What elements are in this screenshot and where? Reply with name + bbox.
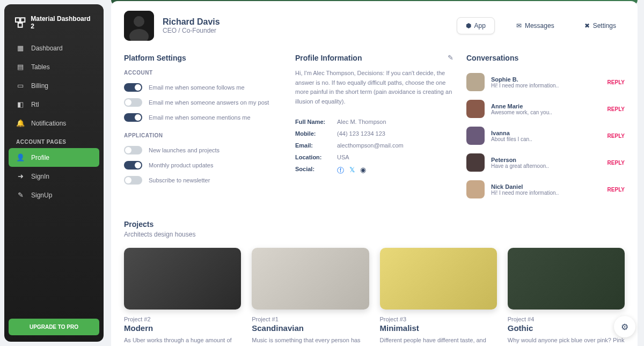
- sidebar-item-profile[interactable]: 👤Profile: [9, 148, 99, 167]
- person-icon: 👤: [16, 153, 25, 161]
- conversation-message: Hi! I need more information..: [491, 83, 601, 89]
- conversation-avatar: [466, 153, 485, 172]
- conversation-name: Ivanna: [491, 130, 601, 136]
- projects-subtitle: Architects design houses: [124, 231, 625, 238]
- svg-rect-2: [18, 23, 23, 27]
- toggle-follows[interactable]: [124, 83, 142, 92]
- sidebar-item-label: SignUp: [31, 192, 52, 199]
- section-title: Profile Information: [295, 54, 453, 62]
- conversation-item: Sophie B.Hi! I need more information..RE…: [466, 69, 625, 95]
- toggle-row: Email me when someone answers on my post: [124, 95, 282, 110]
- tab-app[interactable]: ⬢App: [457, 17, 495, 34]
- toggle-row: Email me when someone follows me: [124, 80, 282, 95]
- info-label: Email:: [295, 142, 333, 149]
- sidebar-item-notifications[interactable]: 🔔Notifications: [9, 114, 99, 132]
- sidebar-item-label: SignIn: [31, 173, 49, 180]
- profile-card: Richard Davis CEO / Co-Founder ⬢App ✉Mes…: [111, 1, 638, 346]
- reply-button[interactable]: REPLY: [608, 133, 625, 139]
- toggle-label: Email me when someone mentions me: [149, 114, 251, 121]
- info-label: Social:: [295, 166, 333, 175]
- tab-label: Settings: [593, 22, 616, 30]
- facebook-icon[interactable]: ⓕ: [337, 166, 344, 175]
- conversation-message: Hi! I need more information..: [491, 190, 601, 196]
- sidebar-item-tables[interactable]: ▤Tables: [9, 57, 99, 76]
- platform-settings: Platform Settings ACCOUNT Email me when …: [124, 54, 282, 203]
- profile-information: ✎ Profile Information Hi, I'm Alec Thomp…: [295, 54, 453, 203]
- conversation-avatar: [466, 73, 485, 91]
- svg-point-4: [134, 16, 144, 27]
- sidebar-section-label: ACCOUNT PAGES: [9, 132, 99, 148]
- tab-messages[interactable]: ✉Messages: [508, 18, 563, 34]
- toggle-row: Monthly product updates: [124, 158, 282, 173]
- project-name: Modern: [124, 323, 241, 333]
- instagram-icon[interactable]: ◉: [360, 166, 366, 175]
- conversation-content: Sophie B.Hi! I need more information..: [491, 76, 601, 89]
- billing-icon: ▭: [16, 82, 25, 90]
- project-description: Music is something that every person has…: [252, 336, 369, 346]
- project-card[interactable]: Project #4GothicWhy would anyone pick bl…: [508, 248, 625, 346]
- info-row: Location:USA: [295, 151, 453, 163]
- profile-bio: Hi, I'm Alec Thompson, Decisions: If you…: [295, 69, 453, 106]
- conversation-message: Awesome work, can you..: [491, 109, 601, 115]
- content-grid: Platform Settings ACCOUNT Email me when …: [124, 54, 625, 203]
- info-label: Mobile:: [295, 130, 333, 137]
- sidebar-item-rtl[interactable]: ◧Rtl: [9, 95, 99, 114]
- sidebar-item-signin[interactable]: ➜SignIn: [9, 167, 99, 186]
- project-name: Scandinavian: [252, 323, 369, 333]
- project-description: Different people have different taste, a…: [380, 336, 497, 346]
- conversation-name: Peterson: [491, 157, 601, 163]
- main-content: Richard Davis CEO / Co-Founder ⬢App ✉Mes…: [108, 0, 644, 346]
- project-card[interactable]: Project #2ModernAs Uber works through a …: [124, 248, 241, 346]
- reply-button[interactable]: REPLY: [608, 79, 625, 85]
- project-image: [252, 248, 369, 310]
- sidebar-item-label: Dashboard: [31, 45, 63, 52]
- project-image: [508, 248, 625, 310]
- sidebar-item-signup[interactable]: ✎SignUp: [9, 186, 99, 204]
- reply-button[interactable]: REPLY: [608, 160, 625, 166]
- reply-button[interactable]: REPLY: [608, 106, 625, 112]
- edit-icon[interactable]: ✎: [448, 54, 453, 62]
- toggle-mentions[interactable]: [124, 113, 142, 122]
- projects-grid: Project #2ModernAs Uber works through a …: [124, 248, 625, 346]
- signin-icon: ➜: [16, 172, 25, 180]
- svg-rect-1: [21, 18, 25, 22]
- project-number: Project #2: [124, 316, 241, 322]
- subsection-application: APPLICATION: [124, 132, 282, 138]
- twitter-icon[interactable]: 𝕏: [349, 166, 355, 175]
- sidebar-item-dashboard[interactable]: ▦Dashboard: [9, 39, 99, 57]
- toggle-label: Monthly product updates: [149, 162, 213, 168]
- toggle-row: Email me when someone mentions me: [124, 110, 282, 125]
- logo-icon: [14, 16, 26, 29]
- project-description: As Uber works through a huge amount of i…: [124, 336, 241, 346]
- table-icon: ▤: [16, 63, 25, 71]
- tab-settings[interactable]: ✖Settings: [576, 18, 625, 34]
- toggle-newsletter[interactable]: [124, 176, 142, 185]
- toggle-answers[interactable]: [124, 98, 142, 107]
- toggle-updates[interactable]: [124, 161, 142, 170]
- rtl-icon: ◧: [16, 100, 25, 108]
- conversation-avatar: [466, 180, 485, 198]
- conversation-avatar: [466, 100, 485, 118]
- message-icon: ✉: [516, 22, 522, 30]
- projects-section: Projects Architects design houses Projec…: [124, 220, 625, 346]
- info-row: Social:ⓕ𝕏◉: [295, 163, 453, 178]
- project-card[interactable]: Project #3MinimalistDifferent people hav…: [380, 248, 497, 346]
- project-number: Project #3: [380, 316, 497, 322]
- project-card[interactable]: Project #1ScandinavianMusic is something…: [252, 248, 369, 346]
- conversation-name: Nick Daniel: [491, 183, 601, 190]
- project-image: [380, 248, 497, 310]
- profile-tabs: ⬢App ✉Messages ✖Settings: [457, 17, 625, 34]
- conversation-content: IvannaAbout files I can..: [491, 130, 601, 142]
- sidebar-item-label: Tables: [31, 63, 50, 71]
- conversation-name: Anne Marie: [491, 103, 601, 109]
- sidebar: Material Dashboard 2 ▦Dashboard ▤Tables …: [4, 4, 104, 342]
- sidebar-item-label: Profile: [31, 154, 49, 161]
- upgrade-button[interactable]: UPGRADE TO PRO: [9, 319, 99, 335]
- dashboard-icon: ▦: [16, 44, 25, 52]
- settings-fab[interactable]: ⚙: [614, 316, 635, 337]
- reply-button[interactable]: REPLY: [608, 187, 625, 193]
- tab-label: Messages: [525, 22, 554, 30]
- sidebar-title: Material Dashboard 2: [31, 15, 94, 30]
- toggle-launches[interactable]: [124, 146, 142, 154]
- sidebar-item-billing[interactable]: ▭Billing: [9, 76, 99, 95]
